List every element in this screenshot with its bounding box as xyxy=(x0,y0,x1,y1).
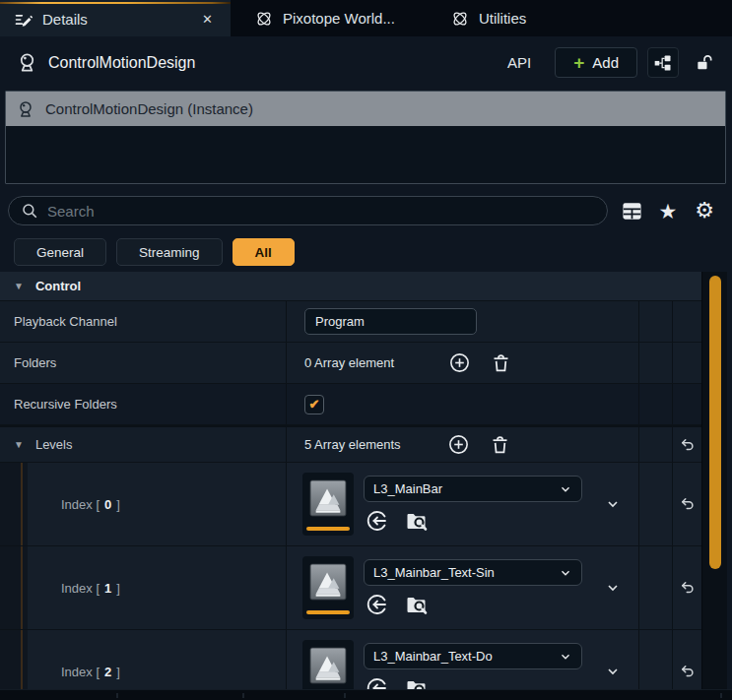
asset-type-color-strip xyxy=(306,527,350,531)
level-asset-thumbnail[interactable] xyxy=(302,640,354,689)
row-level-index-0: Index [ 0 ] xyxy=(0,463,701,546)
actor-header: ControlMotionDesign API + Add xyxy=(0,36,732,89)
filter-all-button[interactable]: All xyxy=(233,238,295,266)
column-view-icon[interactable] xyxy=(620,199,643,223)
index-number: 1 xyxy=(104,581,111,596)
selected-asset-label: L3_MainBar xyxy=(373,481,559,496)
chevron-down-icon xyxy=(559,650,572,664)
index-number: 2 xyxy=(104,665,111,679)
asset-type-color-strip xyxy=(306,610,350,614)
close-tab-icon[interactable]: ✕ xyxy=(198,11,217,28)
tab-details[interactable]: Details ✕ xyxy=(0,0,231,36)
playback-channel-input[interactable] xyxy=(304,308,477,335)
recursive-folders-checkbox[interactable]: ✔ xyxy=(304,395,324,414)
browse-to-asset-icon[interactable] xyxy=(404,593,429,616)
tab-utilities[interactable]: Utilities xyxy=(436,0,540,36)
array-count: 5 Array elements xyxy=(304,437,401,452)
reset-to-default-icon[interactable] xyxy=(679,663,697,680)
tab-label: Pixotope World... xyxy=(283,10,395,27)
reset-to-default-icon[interactable] xyxy=(679,436,697,454)
level-asset-dropdown[interactable]: L3_MainBar xyxy=(364,476,582,502)
unlocked-icon[interactable] xyxy=(689,47,720,78)
tab-bar: Details ✕ Pixotope World... Utilities xyxy=(0,0,732,36)
properties-body: ▼ Control Playback Channel Folders 0 Arr… xyxy=(0,272,732,689)
checkmark-icon: ✔ xyxy=(309,398,320,411)
details-pencil-icon xyxy=(14,10,33,30)
bottom-panel-edge xyxy=(0,689,732,700)
level-asset-thumbnail[interactable] xyxy=(302,556,354,619)
pixotope-atom-icon xyxy=(450,9,470,29)
property-label: Recursive Folders xyxy=(0,384,286,424)
scrollbar-thumb[interactable] xyxy=(709,276,721,569)
use-selected-asset-icon[interactable] xyxy=(366,676,389,689)
row-levels: ▼ Levels 5 Array elements xyxy=(0,425,701,463)
collapse-triangle-icon[interactable]: ▼ xyxy=(14,439,24,450)
row-level-index-1: Index [ 1 ] xyxy=(0,546,701,630)
browse-to-asset-icon[interactable] xyxy=(404,509,429,533)
array-count: 0 Array element xyxy=(304,355,394,370)
use-selected-asset-icon[interactable] xyxy=(366,593,389,616)
index-label: Index [ xyxy=(61,497,100,512)
browse-to-asset-icon[interactable] xyxy=(404,676,429,689)
search-box[interactable] xyxy=(8,196,608,225)
row-folders: Folders 0 Array element xyxy=(0,343,701,384)
filter-general-button[interactable]: General xyxy=(14,238,106,266)
clear-array-trash-icon[interactable] xyxy=(491,352,511,374)
tab-pixotope-world[interactable]: Pixotope World... xyxy=(240,0,409,36)
level-asset-thumbnail[interactable] xyxy=(302,473,354,536)
pixotope-atom-icon xyxy=(254,9,274,29)
chevron-down-icon xyxy=(559,482,572,496)
level-asset-dropdown[interactable]: L3_Mainbar_Text-Do xyxy=(364,643,582,669)
search-row: ★ ⚙ xyxy=(0,189,732,232)
collapse-triangle-icon[interactable]: ▼ xyxy=(14,281,24,291)
use-selected-asset-icon[interactable] xyxy=(366,509,389,533)
add-button[interactable]: + Add xyxy=(555,47,637,78)
property-label: Levels xyxy=(35,437,73,452)
api-label[interactable]: API xyxy=(507,54,531,71)
index-label: ] xyxy=(116,665,120,679)
index-label: Index [ xyxy=(61,581,100,596)
search-toolbar: ★ ⚙ xyxy=(620,199,716,223)
tab-label: Details xyxy=(42,11,181,28)
reset-to-default-icon[interactable] xyxy=(679,495,697,513)
pawn-actor-icon xyxy=(16,99,35,119)
expand-row-chevron-icon[interactable] xyxy=(605,580,621,596)
index-label: ] xyxy=(116,497,120,512)
index-number: 0 xyxy=(104,497,111,512)
reset-to-default-icon[interactable] xyxy=(679,579,697,597)
settings-gear-icon[interactable]: ⚙ xyxy=(693,199,716,223)
blueprint-hierarchy-icon[interactable] xyxy=(647,47,679,78)
add-element-icon[interactable] xyxy=(448,351,471,374)
selected-asset-label: L3_Mainbar_Text-Do xyxy=(373,649,559,664)
details-panel-window: Details ✕ Pixotope World... Utilities xyxy=(0,0,732,700)
row-playback-channel: Playback Channel xyxy=(0,301,701,343)
clear-array-trash-icon[interactable] xyxy=(490,434,510,456)
search-icon xyxy=(21,202,38,220)
plus-icon: + xyxy=(573,53,584,72)
favorites-star-icon[interactable]: ★ xyxy=(656,199,680,223)
tab-label: Utilities xyxy=(479,10,526,27)
index-label: ] xyxy=(116,581,120,596)
level-asset-dropdown[interactable]: L3_Mainbar_Text-Sin xyxy=(364,559,582,586)
vertical-scrollbar[interactable] xyxy=(701,272,727,689)
property-label: Folders xyxy=(0,343,286,383)
instance-label: ControlMotionDesign (Instance) xyxy=(45,100,253,117)
search-input[interactable] xyxy=(47,203,595,220)
expand-row-chevron-icon[interactable] xyxy=(605,496,621,512)
section-title: Control xyxy=(35,279,81,293)
instance-list-panel: ControlMotionDesign (Instance) xyxy=(5,91,726,184)
row-level-index-2: Index [ 2 ] xyxy=(0,630,701,689)
pawn-actor-icon xyxy=(16,51,38,74)
property-label: Playback Channel xyxy=(0,301,286,342)
add-element-icon[interactable] xyxy=(447,433,470,456)
chevron-down-icon xyxy=(559,566,572,580)
row-recursive-folders: Recursive Folders ✔ xyxy=(0,384,701,425)
instance-row-selected[interactable]: ControlMotionDesign (Instance) xyxy=(6,92,725,126)
section-header-control[interactable]: ▼ Control xyxy=(0,272,701,301)
filter-row: General Streaming All xyxy=(0,232,732,272)
actor-title: ControlMotionDesign xyxy=(48,54,498,72)
add-button-label: Add xyxy=(592,54,619,71)
filter-streaming-button[interactable]: Streaming xyxy=(116,238,223,266)
expand-row-chevron-icon[interactable] xyxy=(605,664,621,679)
property-table: ▼ Control Playback Channel Folders 0 Arr… xyxy=(0,272,701,689)
